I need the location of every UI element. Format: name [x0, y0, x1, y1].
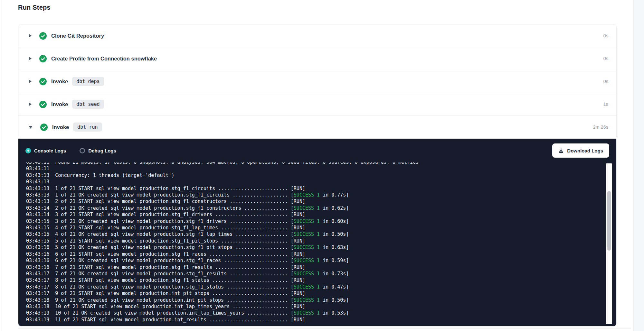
log-timestamp: 03:43:17: [26, 271, 49, 277]
run-step-row[interactable]: Invoke dbt seed 1s: [18, 93, 616, 116]
step-duration: 0s: [603, 56, 608, 61]
log-timestamp: 03:43:15: [26, 238, 49, 244]
page-left-border: [2, 0, 2, 331]
log-line: 03:43:15 4 of 21 START sql view model pr…: [26, 225, 603, 231]
step-label: Invoke: [51, 101, 68, 107]
log-timestamp: 03:43:13: [26, 179, 49, 185]
log-line: 03:43:11 Found 21 models, 17 tests, 0 sn…: [26, 162, 603, 165]
log-line: 03:43:17 9 of 21 START sql view model pr…: [26, 290, 603, 297]
log-line: 03:43:19 11 of 21 START sql view model p…: [26, 317, 603, 323]
log-line: 03:43:11: [26, 165, 603, 172]
log-timestamp: 03:43:16: [26, 264, 49, 270]
log-timestamp: 03:43:15: [26, 218, 49, 224]
radio-selected-icon: [25, 148, 31, 153]
console-log-output[interactable]: 03:43:11 Found 21 models, 17 tests, 0 sn…: [18, 162, 603, 324]
radio-unselected-icon: [80, 148, 85, 153]
step-duration: 0s: [603, 33, 608, 38]
log-timestamp: 03:43:13: [26, 198, 49, 204]
log-line: 03:43:17 7 of 21 OK created sql view mod…: [26, 271, 603, 277]
step-label: Clone Git Repository: [51, 33, 104, 39]
check-circle-icon: [39, 101, 47, 108]
caret-right-icon[interactable]: [29, 57, 32, 60]
log-line: 03:43:14 3 of 21 START sql view model pr…: [26, 211, 603, 218]
console-logs-radio[interactable]: Console Logs: [25, 148, 66, 153]
log-panel-header: Console Logs Debug Logs Download Logs: [18, 139, 616, 162]
download-logs-label: Download Logs: [567, 148, 603, 153]
log-timestamp: 03:43:11: [26, 166, 49, 171]
log-timestamp: 03:43:13: [26, 172, 49, 178]
run-steps-page: Run Steps Clone Git Repository 0s Create…: [0, 0, 644, 331]
caret-right-icon[interactable]: [29, 79, 32, 83]
log-timestamp: 03:43:18: [26, 297, 49, 303]
run-step-row[interactable]: Invoke dbt deps 0s: [18, 70, 616, 93]
step-command-chip: dbt run: [73, 123, 102, 132]
download-logs-button[interactable]: Download Logs: [552, 143, 609, 158]
log-line: 03:43:15 5 of 21 START sql view model pr…: [26, 238, 603, 244]
log-lines: 03:43:11 Found 21 models, 17 tests, 0 sn…: [26, 162, 603, 323]
log-scrollbar-thumb[interactable]: [607, 191, 611, 251]
log-timestamp: 03:43:16: [26, 258, 49, 263]
run-steps-card: Clone Git Repository 0s Create Profile f…: [18, 24, 617, 326]
step-duration: 1s: [603, 102, 608, 107]
caret-right-icon[interactable]: [29, 34, 32, 38]
log-timestamp: 03:43:19: [26, 310, 49, 316]
run-step-row[interactable]: Create Profile from Connection snowflake…: [18, 47, 616, 70]
log-line: 03:43:13: [26, 179, 603, 185]
caret-right-icon[interactable]: [29, 102, 32, 106]
log-line: 03:43:13 1 of 21 OK created sql view mod…: [26, 192, 603, 198]
log-timestamp: 03:43:13: [26, 192, 49, 198]
page-right-gutter: [633, 0, 644, 331]
log-line: 03:43:19 10 of 21 OK created sql view mo…: [26, 310, 603, 316]
page-title: Run Steps: [18, 4, 51, 11]
log-timestamp: 03:43:18: [26, 304, 49, 309]
check-circle-icon: [39, 78, 47, 85]
log-line: 03:43:14 2 of 21 OK created sql view mod…: [26, 205, 603, 211]
log-timestamp: 03:43:17: [26, 284, 49, 290]
log-line: 03:43:17 8 of 21 OK created sql view mod…: [26, 284, 603, 290]
log-timestamp: 03:43:13: [26, 186, 49, 191]
step-duration: 0s: [603, 79, 608, 84]
log-line: 03:43:18 10 of 21 START sql view model p…: [26, 303, 603, 310]
step-label: Invoke: [51, 78, 68, 85]
step-command-chip: dbt deps: [72, 77, 104, 86]
run-step-row[interactable]: Clone Git Repository 0s: [18, 24, 616, 47]
run-step-row[interactable]: Invoke dbt run 2m 26s: [18, 116, 616, 139]
log-timestamp: 03:43:14: [26, 212, 49, 217]
section-divider: [18, 328, 631, 329]
check-circle-icon: [39, 32, 47, 40]
log-line: 03:43:15 4 of 21 OK created sql view mod…: [26, 231, 603, 237]
log-line: 03:43:16 6 of 21 OK created sql view mod…: [26, 257, 603, 264]
step-label: Create Profile from Connection snowflake: [51, 56, 157, 62]
log-timestamp: 03:43:15: [26, 231, 49, 237]
log-timestamp: 03:43:19: [26, 317, 49, 323]
step-label: Invoke: [52, 124, 69, 130]
log-line: 03:43:15 3 of 21 OK created sql view mod…: [26, 218, 603, 225]
log-timestamp: 03:43:16: [26, 244, 49, 250]
download-icon: [558, 148, 564, 153]
log-line: 03:43:13 1 of 21 START sql view model pr…: [26, 185, 603, 192]
log-line: 03:43:13 Concurrency: 1 threads (target=…: [26, 172, 603, 179]
log-scrollbar-track[interactable]: [606, 163, 612, 324]
log-timestamp: 03:43:15: [26, 225, 49, 231]
log-timestamp: 03:43:17: [26, 277, 49, 283]
run-steps-list: Clone Git Repository 0s Create Profile f…: [18, 24, 616, 139]
debug-logs-label: Debug Logs: [88, 148, 116, 153]
log-timestamp: 03:43:16: [26, 251, 49, 257]
check-circle-icon: [39, 55, 47, 62]
debug-logs-radio[interactable]: Debug Logs: [80, 148, 116, 153]
caret-down-icon[interactable]: [29, 126, 33, 129]
step-duration: 2m 26s: [593, 124, 608, 130]
log-timestamp: 03:43:14: [26, 205, 49, 211]
log-line: 03:43:16 6 of 21 START sql view model pr…: [26, 251, 603, 257]
log-line: 03:43:17 8 of 21 START sql view model pr…: [26, 277, 603, 283]
log-line: 03:43:18 9 of 21 OK created sql view mod…: [26, 297, 603, 303]
log-timestamp: 03:43:11: [26, 162, 49, 165]
log-panel: Console Logs Debug Logs Download Logs: [18, 139, 616, 326]
step-command-chip: dbt seed: [72, 100, 104, 109]
check-circle-icon: [40, 124, 48, 131]
log-line: 03:43:13 2 of 21 START sql view model pr…: [26, 198, 603, 205]
log-line: 03:43:16 7 of 21 START sql view model pr…: [26, 264, 603, 271]
console-logs-label: Console Logs: [34, 148, 66, 153]
log-timestamp: 03:43:17: [26, 290, 49, 296]
log-line: 03:43:16 5 of 21 OK created sql view mod…: [26, 244, 603, 251]
